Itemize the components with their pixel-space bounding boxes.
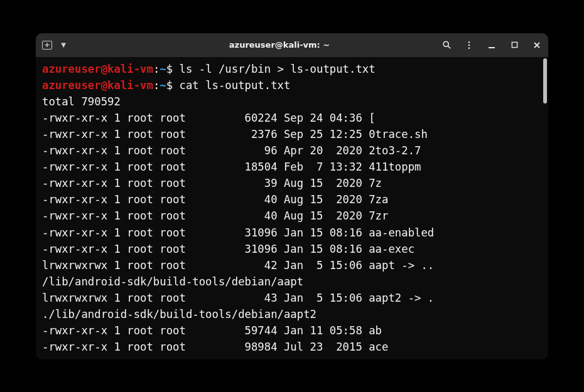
svg-rect-6 — [512, 42, 517, 47]
output-line: -rwxr-xr-x 1 root root 18504 Feb 7 13:32… — [42, 161, 421, 173]
output-line: -rwxr-xr-x 1 root root 96 Apr 20 2020 2t… — [42, 144, 421, 157]
terminal-body: azureuser@kali-vm:~$ ls -l /usr/bin > ls… — [36, 57, 548, 359]
svg-point-0 — [443, 41, 448, 46]
output-line: -rwxr-xr-x 1 root root 31096 Jan 15 08:1… — [42, 243, 414, 255]
prompt-at: @ — [101, 63, 107, 75]
output-line: -rwxr-xr-x 1 root root 40 Aug 15 2020 7z… — [42, 193, 388, 206]
prompt-user: azureuser — [42, 63, 101, 75]
tab-menu-dropdown[interactable]: ▼ — [58, 40, 68, 50]
svg-point-4 — [468, 47, 470, 49]
prompt-line-1: azureuser@kali-vm:~$ ls -l /usr/bin > ls… — [42, 63, 376, 75]
command-text: ls -l /usr/bin > ls-output.txt — [180, 63, 376, 75]
prompt-colon: : — [153, 63, 160, 75]
search-icon[interactable] — [441, 40, 452, 50]
output-line: -rwxr-xr-x 1 root root 98984 Jul 23 2015… — [42, 341, 388, 353]
prompt-at: @ — [101, 79, 107, 92]
prompt-symbol: $ — [166, 63, 173, 75]
prompt-host: kali-vm — [107, 79, 153, 92]
maximize-button[interactable] — [509, 40, 519, 50]
output-line: -rwxr-xr-x 1 root root 40 Aug 15 2020 7z… — [42, 209, 388, 222]
output-line: ./lib/android-sdk/build-tools/debian/aap… — [42, 308, 316, 320]
svg-point-2 — [468, 41, 470, 43]
prompt-colon: : — [153, 79, 160, 92]
new-tab-button[interactable]: + — [42, 40, 52, 50]
output-line: lrwxrwxrwx 1 root root 43 Jan 5 15:06 aa… — [42, 292, 434, 304]
prompt-host: kali-vm — [107, 63, 153, 75]
prompt-path: ~ — [160, 79, 166, 92]
titlebar-right — [416, 40, 542, 50]
prompt-symbol: $ — [166, 79, 173, 92]
titlebar: + ▼ azureuser@kali-vm: ~ — [36, 33, 548, 57]
close-button[interactable] — [532, 40, 542, 50]
output-line: lrwxrwxrwx 1 root root 42 Jan 5 15:06 aa… — [42, 259, 434, 272]
window-title: azureuser@kali-vm: ~ — [143, 40, 416, 50]
svg-rect-5 — [489, 47, 495, 48]
prompt-user: azureuser — [42, 79, 101, 92]
terminal-output[interactable]: azureuser@kali-vm:~$ ls -l /usr/bin > ls… — [36, 57, 542, 359]
svg-line-1 — [448, 46, 450, 48]
output-line: -rwxr-xr-x 1 root root 31096 Jan 15 08:1… — [42, 226, 434, 239]
terminal-window: + ▼ azureuser@kali-vm: ~ azureuser@kali-… — [36, 33, 548, 359]
titlebar-left: + ▼ — [42, 40, 143, 50]
output-line: total 790592 — [42, 95, 121, 108]
output-line: -rwxr-xr-x 1 root root 2376 Sep 25 12:25… — [42, 128, 428, 140]
output-line: /lib/android-sdk/build-tools/debian/aapt — [42, 275, 303, 288]
output-line: -rwxr-xr-x 1 root root 59744 Jan 11 05:5… — [42, 324, 382, 337]
svg-point-3 — [468, 44, 470, 46]
scrollbar-thumb[interactable] — [543, 58, 547, 103]
output-line: -rwxr-xr-x 1 root root 60224 Sep 24 04:3… — [42, 112, 376, 124]
menu-icon[interactable] — [464, 40, 474, 50]
minimize-button[interactable] — [487, 40, 497, 50]
prompt-path: ~ — [160, 63, 166, 75]
scrollbar[interactable] — [542, 57, 548, 359]
command-text: cat ls-output.txt — [180, 79, 291, 92]
prompt-line-2: azureuser@kali-vm:~$ cat ls-output.txt — [42, 79, 290, 92]
output-line: -rwxr-xr-x 1 root root 39 Aug 15 2020 7z — [42, 177, 382, 189]
